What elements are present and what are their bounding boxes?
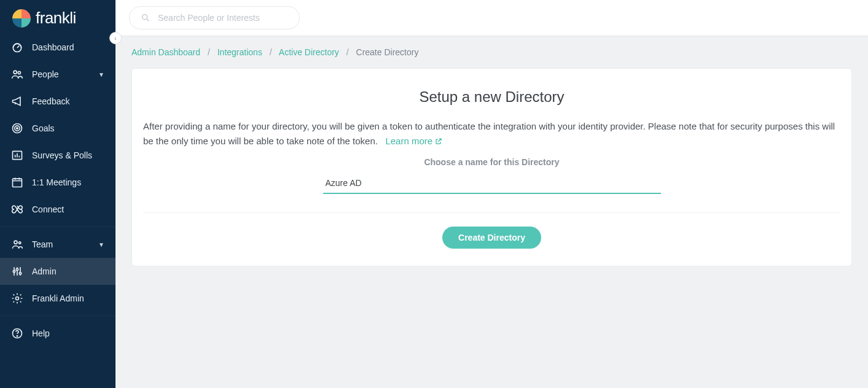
chevron-down-icon: ▼ xyxy=(98,241,104,248)
bar-chart-icon xyxy=(11,149,23,161)
sidebar-item-label: Feedback xyxy=(32,96,104,106)
create-directory-button[interactable]: Create Directory xyxy=(442,227,541,249)
target-icon xyxy=(11,122,23,134)
sidebar-item-label: 1:1 Meetings xyxy=(32,177,104,187)
svg-point-1 xyxy=(14,71,17,74)
svg-point-12 xyxy=(19,273,21,274)
external-link-icon xyxy=(435,138,442,145)
setup-card: Setup a new Directory After providing a … xyxy=(131,68,852,266)
sidebar-item-admin[interactable]: Admin xyxy=(0,258,115,285)
sidebar-item-label: Connect xyxy=(32,204,104,214)
sidebar-item-feedback[interactable]: Feedback xyxy=(0,88,115,115)
search-icon xyxy=(141,13,151,23)
sidebar-item-frankli-admin[interactable]: Frankli Admin xyxy=(0,285,115,312)
content: Admin Dashboard / Integrations / Active … xyxy=(115,36,868,388)
sidebar-item-meetings[interactable]: 1:1 Meetings xyxy=(0,169,115,196)
page-title: Setup a new Directory xyxy=(143,88,840,106)
sidebar-item-surveys[interactable]: Surveys & Polls xyxy=(0,142,115,169)
svg-point-15 xyxy=(17,336,17,336)
main-area: Admin Dashboard / Integrations / Active … xyxy=(115,0,868,388)
sidebar-item-goals[interactable]: Goals xyxy=(0,115,115,142)
sidebar-item-label: Team xyxy=(32,239,90,249)
breadcrumb-admin-dashboard[interactable]: Admin Dashboard xyxy=(131,47,200,57)
breadcrumb-separator: / xyxy=(208,47,210,57)
svg-point-11 xyxy=(16,268,18,270)
svg-point-5 xyxy=(17,128,18,130)
chevron-down-icon: ▼ xyxy=(98,71,104,78)
directory-name-input[interactable] xyxy=(323,173,661,194)
sidebar-item-connect[interactable]: Connect xyxy=(0,196,115,223)
sidebar-item-label: Surveys & Polls xyxy=(32,150,104,160)
gear-icon xyxy=(11,292,23,305)
breadcrumb-active-directory[interactable]: Active Directory xyxy=(279,47,339,57)
breadcrumb-current: Create Directory xyxy=(356,47,419,57)
calendar-icon xyxy=(11,176,23,188)
search-container[interactable] xyxy=(129,6,300,29)
learn-more-text: Learn more xyxy=(385,134,432,149)
sidebar-item-label: Goals xyxy=(32,123,104,133)
infinity-icon xyxy=(11,203,23,215)
sidebar-item-dashboard[interactable]: Dashboard xyxy=(0,34,115,61)
svg-point-9 xyxy=(19,242,21,244)
topbar xyxy=(115,0,868,36)
breadcrumb-separator: / xyxy=(346,47,349,57)
brand-name: frankli xyxy=(36,9,76,28)
breadcrumb-separator: / xyxy=(270,47,272,57)
svg-point-8 xyxy=(14,241,17,244)
people-icon xyxy=(11,68,23,80)
sliders-icon xyxy=(11,265,23,277)
sidebar-item-label: People xyxy=(32,69,90,79)
megaphone-icon xyxy=(11,95,23,107)
logo[interactable]: frankli xyxy=(0,0,115,34)
sidebar-collapse-handle[interactable]: ‹ xyxy=(109,32,122,44)
sidebar-item-team[interactable]: Team ▼ xyxy=(0,231,115,258)
svg-point-13 xyxy=(16,297,19,300)
card-description: After providing a name for your director… xyxy=(143,119,840,149)
help-icon xyxy=(11,327,23,340)
breadcrumb-integrations[interactable]: Integrations xyxy=(217,47,262,57)
svg-point-16 xyxy=(143,15,147,20)
sidebar-item-label: Frankli Admin xyxy=(32,293,104,303)
sidebar-item-label: Dashboard xyxy=(32,42,104,52)
sidebar: frankli Dashboard People ▼ Feedback Goal… xyxy=(0,0,115,388)
gauge-icon xyxy=(11,41,23,53)
field-label: Choose a name for this Directory xyxy=(143,157,840,167)
breadcrumb: Admin Dashboard / Integrations / Active … xyxy=(131,47,852,57)
sidebar-item-label: Admin xyxy=(32,266,104,276)
description-text: After providing a name for your director… xyxy=(143,121,835,146)
svg-point-2 xyxy=(18,71,20,74)
logo-mark-icon xyxy=(12,9,31,28)
chevron-left-icon: ‹ xyxy=(114,35,116,42)
sidebar-item-label: Help xyxy=(32,328,104,338)
svg-point-10 xyxy=(13,270,15,272)
learn-more-link[interactable]: Learn more xyxy=(385,134,442,149)
sidebar-item-people[interactable]: People ▼ xyxy=(0,61,115,88)
divider xyxy=(143,212,840,213)
svg-rect-7 xyxy=(13,179,22,187)
sidebar-item-help[interactable]: Help xyxy=(0,320,115,347)
search-input[interactable] xyxy=(158,13,288,23)
team-icon xyxy=(11,238,23,250)
